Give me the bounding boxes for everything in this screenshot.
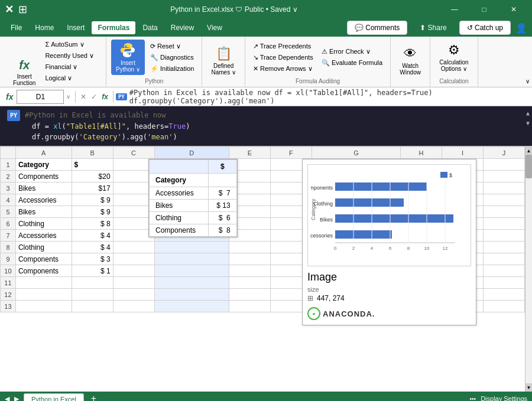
diagnostics-button[interactable]: 🔧 Diagnostics [147, 52, 197, 63]
cell-d13[interactable] [154, 301, 229, 312]
ribbon-expand-icon[interactable]: ∨ [525, 78, 530, 84]
cell-a12[interactable] [15, 289, 72, 301]
cell-a2[interactable]: Components [15, 171, 72, 182]
add-sheet-button[interactable]: + [89, 393, 99, 401]
cell-a8[interactable]: Clothing [15, 242, 72, 253]
cell-j2[interactable] [483, 171, 524, 182]
scroll-track[interactable] [525, 155, 532, 383]
cell-e11[interactable] [229, 277, 270, 289]
cell-d8[interactable] [154, 242, 229, 253]
cell-e12[interactable] [229, 289, 270, 301]
close-button[interactable]: ✕ [500, 0, 527, 19]
recently-used-button[interactable]: Recently Used ∨ [42, 50, 97, 61]
menu-insert[interactable]: Insert [61, 21, 90, 34]
cell-b11[interactable] [72, 277, 113, 289]
cell-d12[interactable] [154, 289, 229, 301]
cell-b8[interactable]: $ 4 [72, 242, 113, 253]
cell-b13[interactable] [72, 301, 113, 312]
cell-b12[interactable] [72, 289, 113, 301]
cell-e10[interactable] [229, 265, 270, 277]
menu-formulas[interactable]: Formulas [92, 21, 135, 34]
remove-arrows-button[interactable]: ✕ Remove Arrows ∨ [250, 63, 316, 74]
cell-b7[interactable]: $ 4 [72, 230, 113, 242]
cell-j4[interactable] [483, 194, 524, 206]
cell-d9[interactable] [154, 253, 229, 265]
cell-a3[interactable]: Bikes [15, 182, 72, 194]
cell-j13[interactable] [483, 301, 524, 312]
autosum-button[interactable]: Σ AutoSum ∨ [42, 39, 97, 50]
cell-e13[interactable] [229, 301, 270, 312]
comments-button[interactable]: 💬 Comments [347, 21, 407, 35]
vertical-scrollbar[interactable]: ▲ ▼ [525, 146, 532, 392]
col-header-e[interactable]: E [229, 147, 270, 159]
col-header-c[interactable]: C [113, 147, 154, 159]
error-check-button[interactable]: ⚠ Error Check ∨ [319, 47, 385, 57]
scroll-up-button[interactable]: ▲ [525, 146, 532, 155]
evaluate-button[interactable]: 🔍 Evaluate Formula [319, 58, 385, 69]
cell-a1[interactable]: Category [15, 159, 72, 171]
menu-file[interactable]: File [5, 21, 28, 34]
minimize-button[interactable]: — [441, 0, 468, 19]
cell-a11[interactable] [15, 277, 72, 289]
cell-b2[interactable]: $20 [72, 171, 113, 182]
cell-d10[interactable] [154, 265, 229, 277]
cell-j7[interactable] [483, 230, 524, 242]
cell-j8[interactable] [483, 242, 524, 253]
catchup-button[interactable]: ↺ Catch up [459, 21, 511, 35]
cell-a7[interactable]: Accessories [15, 230, 72, 242]
cell-b3[interactable]: $17 [72, 182, 113, 194]
menu-view[interactable]: View [201, 21, 228, 34]
financial-button[interactable]: Financial ∨ [42, 61, 97, 72]
cell-j12[interactable] [483, 289, 524, 301]
cell-a5[interactable]: Bikes [15, 206, 72, 218]
menu-data[interactable]: Data [137, 21, 163, 34]
sheet-tab-python[interactable]: Python in Excel [24, 393, 84, 402]
maximize-button[interactable]: □ [471, 0, 498, 19]
watch-window-button[interactable]: 👁 WatchWindow [395, 43, 425, 79]
insert-function-button[interactable]: fx InsertFunction [9, 54, 40, 88]
scroll-left-button[interactable]: ◀ [5, 395, 9, 402]
cell-j3[interactable] [483, 182, 524, 194]
cell-a10[interactable]: Components [15, 265, 72, 277]
col-header-f[interactable]: F [270, 147, 312, 159]
col-header-j[interactable]: J [483, 147, 524, 159]
confirm-icon[interactable]: ✓ [89, 93, 99, 101]
logical-button[interactable]: Logical ∨ [42, 73, 97, 83]
cell-j9[interactable] [483, 253, 524, 265]
calculation-options-button[interactable]: ⚙ CalculationOptions ∨ [435, 39, 472, 76]
menu-review[interactable]: Review [165, 21, 200, 34]
profile-icon[interactable]: 👤 [515, 22, 527, 34]
cell-c8[interactable] [113, 242, 154, 253]
cell-e8[interactable] [229, 242, 270, 253]
defined-names-button[interactable]: 📋 DefinedNames ∨ [207, 43, 239, 79]
cell-b4[interactable]: $ 9 [72, 194, 113, 206]
cell-a9[interactable]: Components [15, 253, 72, 265]
cell-b10[interactable]: $ 1 [72, 265, 113, 277]
col-header-b[interactable]: B [72, 147, 113, 159]
menu-home[interactable]: Home [29, 21, 60, 34]
insert-python-button[interactable]: InsertPython ∨ [111, 40, 145, 75]
cell-j6[interactable] [483, 218, 524, 230]
cell-c9[interactable] [113, 253, 154, 265]
col-header-h[interactable]: H [400, 147, 442, 159]
col-header-a[interactable]: A [15, 147, 72, 159]
display-settings-button[interactable]: Display Settings [481, 395, 527, 401]
cell-b1[interactable]: $ [72, 159, 113, 171]
col-header-g[interactable]: G [312, 147, 400, 159]
scroll-down-button[interactable]: ▼ [525, 383, 532, 392]
cell-c10[interactable] [113, 265, 154, 277]
name-box-arrow[interactable]: ∨ [64, 93, 73, 100]
trace-precedents-button[interactable]: ↗ Trace Precedents [250, 41, 316, 51]
cell-j11[interactable] [483, 277, 524, 289]
cell-ref-input[interactable] [17, 90, 64, 104]
ellipsis-button[interactable]: ••• [470, 396, 476, 402]
cell-b9[interactable]: $ 3 [72, 253, 113, 265]
cell-a4[interactable]: Accessories [15, 194, 72, 206]
initialization-button[interactable]: ⚡ Initialization [147, 63, 197, 74]
col-header-d[interactable]: D [154, 147, 229, 159]
cell-e9[interactable] [229, 253, 270, 265]
cell-c11[interactable] [113, 277, 154, 289]
cell-a6[interactable]: Clothing [15, 218, 72, 230]
reset-button[interactable]: ⟳ Reset ∨ [147, 41, 197, 51]
cell-j5[interactable] [483, 206, 524, 218]
